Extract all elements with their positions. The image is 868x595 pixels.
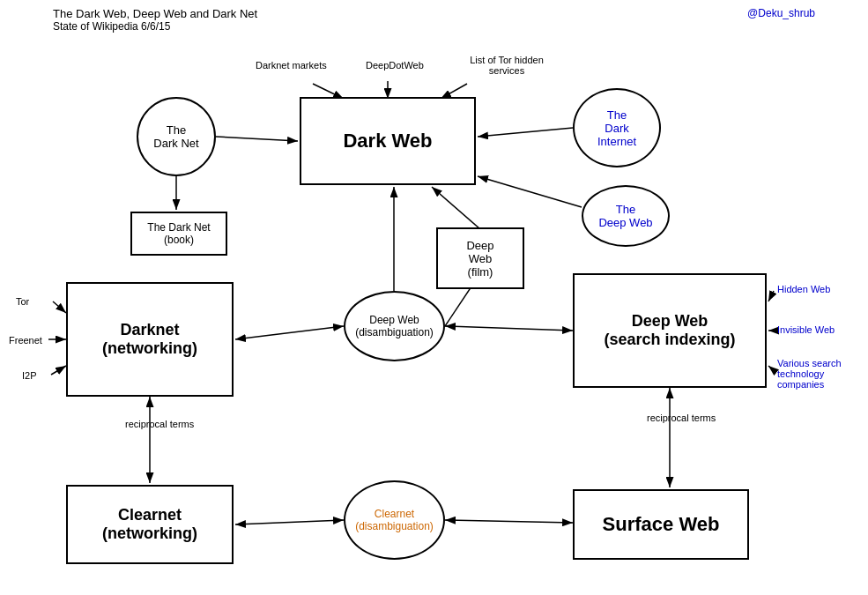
clearnet-disambig-circle: Clearnet(disambiguation): [344, 480, 445, 560]
deep-web-disambig-circle: Deep Web(disambiguation): [344, 291, 445, 361]
deep-web-right-circle: TheDeep Web: [582, 185, 670, 247]
invisible-web-label: Invisible Web: [777, 324, 835, 335]
tor-label: Tor: [16, 296, 29, 307]
deepdotweb-label: DeepDotWeb: [366, 60, 424, 71]
credit: @Deku_shrub: [747, 7, 815, 19]
dark-net-circle: TheDark Net: [137, 97, 216, 176]
svg-line-23: [445, 520, 573, 523]
svg-line-14: [53, 301, 66, 313]
deep-web-film-box: DeepWeb(film): [436, 227, 524, 289]
svg-line-22: [235, 520, 344, 524]
surface-web-box: Surface Web: [573, 489, 749, 560]
clearnet-networking-box: Clearnet(networking): [66, 485, 234, 564]
various-search-label: Various search technology companies: [777, 358, 865, 390]
reciprocal-left-label: reciprocal terms: [125, 419, 194, 429]
title-sub: State of Wikipedia 6/6/15: [53, 20, 257, 33]
svg-line-16: [51, 366, 66, 375]
deep-web-search-box: Deep Web(search indexing): [573, 273, 767, 388]
list-tor-label: List of Tor hidden services: [467, 55, 546, 76]
diagram-container: The Dark Web, Deep Web and Dark Net Stat…: [0, 0, 868, 595]
svg-line-2: [216, 137, 298, 141]
dark-net-book-box: The Dark Net(book): [130, 212, 227, 256]
dark-web-box: Dark Web: [300, 97, 476, 185]
title-main: The Dark Web, Deep Web and Dark Net: [53, 7, 257, 20]
svg-line-13: [445, 326, 573, 331]
title-area: The Dark Web, Deep Web and Dark Net Stat…: [53, 7, 257, 33]
svg-line-9: [432, 187, 480, 229]
svg-line-12: [235, 326, 344, 339]
darknet-markets-label: Darknet markets: [256, 60, 327, 71]
svg-line-5: [478, 176, 582, 207]
svg-line-17: [768, 291, 774, 301]
svg-line-4: [478, 128, 573, 137]
hidden-web-label: Hidden Web: [777, 284, 830, 294]
freenet-label: Freenet: [9, 335, 42, 346]
i2p-label: I2P: [22, 370, 37, 381]
darknet-networking-box: Darknet(networking): [66, 282, 234, 397]
dark-internet-circle: TheDarkInternet: [573, 88, 661, 167]
reciprocal-right-label: reciprocal terms: [647, 413, 716, 423]
svg-line-19: [768, 366, 774, 370]
